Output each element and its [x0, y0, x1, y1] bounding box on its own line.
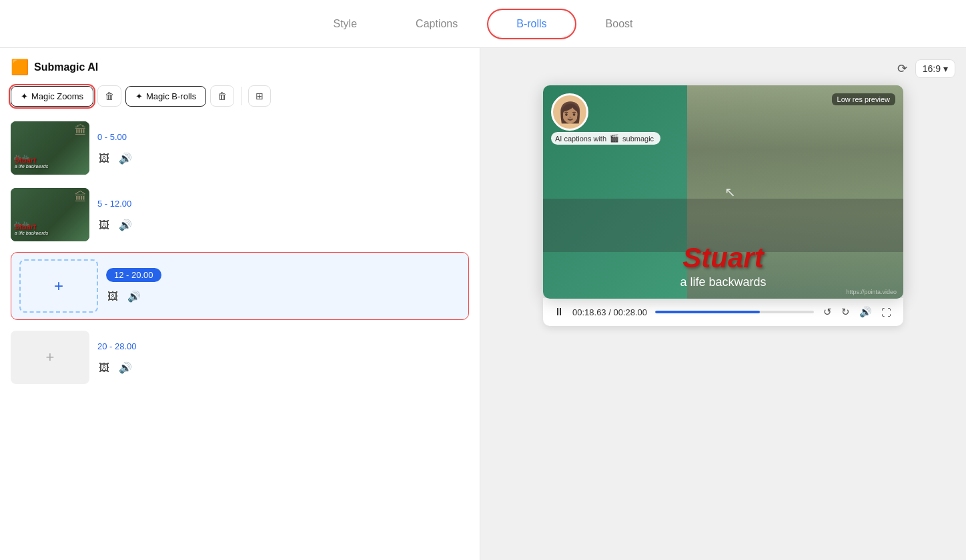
broll-item-4[interactable]: + 20 - 28.00 🖼 🔊	[11, 328, 469, 387]
magic-zooms-button[interactable]: ✦ Magic Zooms	[11, 86, 93, 107]
video-subtitle-text: a life backwards	[543, 275, 903, 289]
broll-sound-btn-3[interactable]: 🔊	[126, 289, 142, 304]
broll-icons-1: 🖼 🔊	[97, 151, 469, 166]
brand-header: 🟧 Submagic AI	[11, 59, 469, 76]
broll-image-btn-1[interactable]: 🖼	[97, 151, 111, 166]
badge-text: AI captions with	[555, 135, 606, 143]
tool-buttons: ✦ Magic Zooms 🗑 ✦ Magic B-rolls 🗑 ⊞	[11, 85, 469, 107]
top-navigation: Style Captions B-rolls Boost	[0, 0, 966, 48]
right-panel: ⟳ 16:9 ▾ 👩🏽 AI captions with 🎬 submagic	[480, 48, 966, 560]
broll-icons-4: 🖼 🔊	[97, 360, 469, 375]
nav-tab-group: Style Captions B-rolls Boost	[307, 11, 660, 37]
pause-button[interactable]: ⏸	[554, 306, 564, 318]
broll-sound-btn-2[interactable]: 🔊	[117, 217, 133, 233]
broll-thumb-2: 🏛 🚲🚲 Stuart a life backwards	[11, 188, 89, 241]
broll-time-1: 0 - 5.00	[97, 130, 127, 144]
broll-icons-2: 🖼 🔊	[97, 217, 469, 233]
volume-button[interactable]: 🔊	[858, 305, 873, 319]
broll-image-btn-2[interactable]: 🖼	[97, 217, 111, 233]
right-controls: ⟳ 16:9 ▾	[895, 59, 955, 79]
aspect-ratio-button[interactable]: 16:9 ▾	[915, 59, 955, 78]
refresh-button[interactable]: ⟳	[895, 59, 910, 79]
thumb-title-1: Stuart a life backwards	[15, 156, 48, 169]
broll-image-btn-4[interactable]: 🖼	[97, 360, 111, 375]
video-controls-bar: ⏸ 00:18.63 / 00:28.00 ↺ ↻ 🔊 ⛶	[543, 298, 903, 326]
broll-info-3: 12 - 20.00 🖼 🔊	[106, 268, 460, 304]
chevron-down-icon: ▾	[943, 63, 948, 74]
time-display: 00:18.63 / 00:28.00	[572, 307, 647, 317]
delete-brolls-button[interactable]: 🗑	[210, 85, 234, 107]
video-submagic-badge: AI captions with 🎬 submagic	[551, 132, 660, 145]
tab-style[interactable]: Style	[307, 11, 384, 37]
total-time: 00:28.00	[613, 307, 647, 317]
rewind-button[interactable]: ↺	[822, 305, 833, 319]
add-broll-btn-3[interactable]: +	[19, 259, 98, 313]
plus-icon-3: +	[54, 277, 63, 295]
fullscreen-button[interactable]: ⛶	[880, 305, 893, 319]
forward-button[interactable]: ↻	[840, 305, 851, 319]
video-scene: 👩🏽 AI captions with 🎬 submagic Low res p…	[543, 85, 903, 299]
progress-bar[interactable]	[655, 311, 814, 313]
aspect-ratio-label: 16:9	[923, 63, 941, 74]
broll-icons-3: 🖼 🔊	[106, 289, 460, 304]
tab-boost[interactable]: Boost	[579, 11, 660, 37]
broll-thumb-4: +	[11, 331, 89, 384]
magic-zooms-label: Magic Zooms	[31, 91, 83, 101]
broll-sound-btn-4[interactable]: 🔊	[117, 360, 133, 375]
thumb-title-2: Stuart a life backwards	[15, 223, 48, 236]
sliders-button[interactable]: ⊞	[248, 85, 271, 107]
broll-item-2[interactable]: 🏛 🚲🚲 Stuart a life backwards 5 - 12.00 🖼…	[11, 185, 469, 244]
broll-item-3[interactable]: + 12 - 20.00 🖼 🔊	[11, 252, 469, 320]
broll-sound-btn-1[interactable]: 🔊	[117, 151, 133, 166]
magic-zooms-icon: ✦	[21, 91, 28, 101]
video-avatar: 👩🏽	[551, 93, 588, 131]
toolbar-divider	[241, 87, 242, 105]
magic-brolls-icon: ✦	[135, 91, 143, 101]
delete-zooms-button[interactable]: 🗑	[97, 85, 121, 107]
playback-controls: ↺ ↻ 🔊 ⛶	[822, 305, 893, 319]
badge-submagic-label: submagic	[622, 135, 654, 143]
brand-icon: 🟧	[11, 59, 29, 76]
broll-item-1[interactable]: 🏛 🚲🚲 Stuart a life backwards 0 - 5.00 🖼 …	[11, 119, 469, 177]
cursor-icon: ↖	[724, 184, 736, 200]
panel-content: 🟧 Submagic AI ✦ Magic Zooms 🗑 ✦ Magic B-…	[0, 48, 480, 560]
video-preview-container: 👩🏽 AI captions with 🎬 submagic Low res p…	[543, 85, 903, 299]
video-title-text: Stuart	[543, 244, 903, 272]
current-time: 00:18.63	[572, 307, 606, 317]
left-panel: 🟧 Submagic AI ✦ Magic Zooms 🗑 ✦ Magic B-…	[0, 48, 480, 560]
broll-time-3: 12 - 20.00	[106, 268, 161, 282]
main-layout: 🟧 Submagic AI ✦ Magic Zooms 🗑 ✦ Magic B-…	[0, 48, 966, 560]
low-res-badge: Low res preview	[832, 93, 895, 105]
progress-bar-fill	[655, 311, 760, 313]
thumb-buildings-icon: 🏛	[75, 124, 87, 138]
video-watermark: https://pointa.video	[846, 289, 897, 295]
brand-name: Submagic AI	[34, 61, 98, 73]
tab-brolls[interactable]: B-rolls	[490, 11, 573, 37]
plus-icon-4: +	[46, 349, 55, 366]
broll-time-4: 20 - 28.00	[97, 339, 137, 353]
broll-image-btn-3[interactable]: 🖼	[106, 289, 119, 304]
broll-time-2: 5 - 12.00	[97, 197, 131, 211]
magic-brolls-button[interactable]: ✦ Magic B-rolls	[125, 86, 206, 107]
tab-captions[interactable]: Captions	[389, 11, 484, 37]
broll-thumb-1: 🏛 🚲🚲 Stuart a life backwards	[11, 121, 89, 175]
broll-info-1: 0 - 5.00 🖼 🔊	[97, 130, 469, 166]
thumb-buildings-icon-2: 🏛	[75, 191, 87, 205]
badge-icon: 🎬	[610, 134, 619, 143]
broll-info-4: 20 - 28.00 🖼 🔊	[97, 339, 469, 375]
magic-brolls-label: Magic B-rolls	[146, 91, 196, 101]
broll-info-2: 5 - 12.00 🖼 🔊	[97, 197, 469, 233]
